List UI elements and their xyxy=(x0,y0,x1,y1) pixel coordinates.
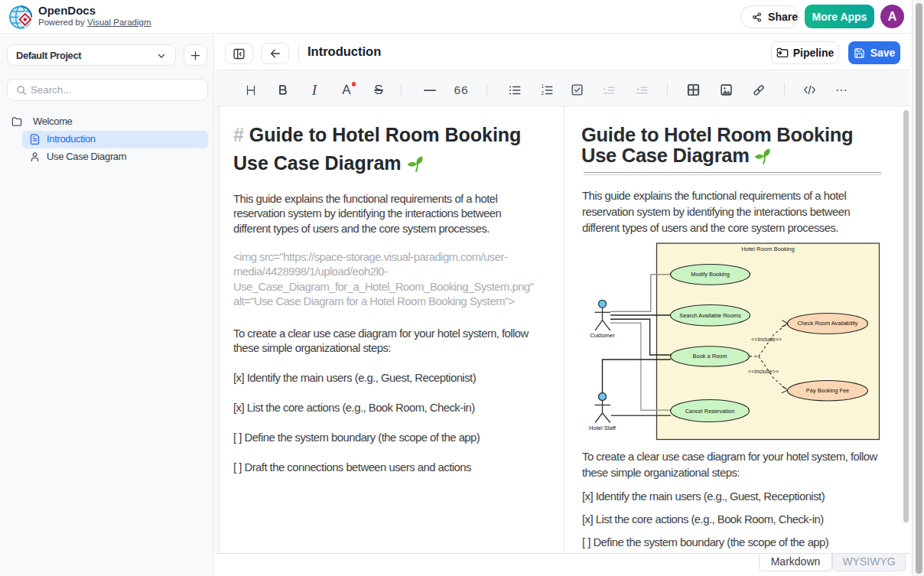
svg-text:Hotel Room Booking: Hotel Room Booking xyxy=(741,246,795,252)
svg-text:Hotel Staff: Hotel Staff xyxy=(589,425,617,431)
svg-text:Book a Room: Book a Room xyxy=(692,353,727,360)
svg-text:Search Available Rooms: Search Available Rooms xyxy=(679,312,741,319)
svg-text:<<Include>>: <<Include>> xyxy=(751,336,782,343)
svg-text:1: 1 xyxy=(542,83,545,89)
svg-text:<<Include>>: <<Include>> xyxy=(748,368,779,375)
svg-text:2: 2 xyxy=(542,90,545,96)
svg-text:Cancel Reservation: Cancel Reservation xyxy=(685,408,734,415)
svg-text:Check Room Availability: Check Room Availability xyxy=(797,320,857,327)
svg-text:Modify Booking: Modify Booking xyxy=(691,271,730,278)
svg-text:Pay Booking Fee: Pay Booking Fee xyxy=(805,387,848,394)
svg-text:Customer: Customer xyxy=(590,332,615,339)
